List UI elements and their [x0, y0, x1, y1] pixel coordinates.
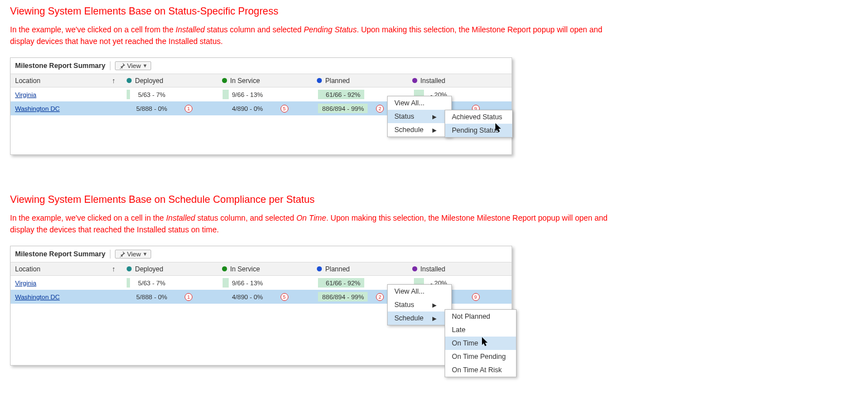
text: status column, and selected — [195, 213, 296, 222]
status-dot — [412, 78, 417, 83]
location-cell: Virginia — [11, 277, 122, 289]
label: View All... — [394, 288, 425, 295]
column-installed[interactable]: Installed — [408, 262, 503, 275]
italic: Installed — [166, 213, 195, 222]
label: View All... — [394, 99, 425, 107]
caret-down-icon: ▼ — [143, 63, 148, 69]
column-label: Deployed — [135, 77, 163, 85]
section2-heading: Viewing System Elements Base on Schedule… — [10, 194, 858, 206]
divider — [110, 61, 110, 70]
location-link[interactable]: Virginia — [15, 280, 36, 286]
view-button[interactable]: View ▼ — [115, 61, 152, 70]
status-dot — [222, 266, 227, 271]
submenu-on-time-at-risk[interactable]: On Time At Risk — [445, 363, 516, 377]
cell-value: 5/888 - 0% — [136, 105, 167, 112]
column-label: Planned — [325, 77, 350, 85]
cell-value: 886/894 - 99% — [322, 294, 364, 300]
columns-header: Location ↑ Deployed In Service Planned I… — [11, 74, 512, 87]
column-in-service[interactable]: In Service — [218, 74, 313, 87]
alert-badge: 5 — [281, 105, 288, 113]
view-button[interactable]: View ▼ — [115, 250, 152, 259]
cell-value: 9/66 - 13% — [232, 280, 263, 286]
panel-title: Milestone Report Summary — [15, 62, 105, 70]
column-deployed[interactable]: Deployed — [122, 262, 218, 275]
column-location-label: Location — [15, 265, 40, 273]
column-location[interactable]: Location ↑ — [11, 74, 122, 87]
menu-view-all[interactable]: View All... — [388, 96, 451, 110]
alert-badge: 2 — [376, 105, 384, 113]
menu-status[interactable]: Status▶ — [388, 298, 451, 311]
cell-deployed[interactable]: 5/888 - 0% 1 — [122, 290, 218, 304]
section1-text: In the example, we've clicked on a cell … — [10, 24, 618, 47]
location-cell: Washington DC — [11, 291, 122, 303]
alert-badge: 2 — [376, 293, 384, 301]
submenu-schedule: Not Planned Late On Time On Time Pending… — [445, 309, 517, 377]
submenu-on-time[interactable]: On Time — [445, 337, 516, 350]
column-label: Installed — [421, 77, 446, 85]
panel-title: Milestone Report Summary — [15, 250, 105, 258]
milestone-report-panel-1: Milestone Report Summary View ▼ Location… — [10, 57, 512, 155]
status-dot — [127, 266, 132, 271]
cell-value: 61/66 - 92% — [326, 280, 360, 286]
menu-status[interactable]: Status▶ — [388, 110, 451, 123]
cell-value: 5/888 - 0% — [136, 294, 167, 300]
chevron-right-icon: ▶ — [432, 302, 437, 308]
caret-down-icon: ▼ — [143, 251, 148, 257]
chevron-right-icon: ▶ — [432, 114, 437, 120]
text: In the example, we've clicked on a cell … — [10, 25, 176, 34]
cell-value: 5/63 - 7% — [138, 280, 165, 286]
alert-badge: 1 — [185, 293, 192, 301]
status-dot — [222, 78, 227, 83]
divider — [110, 250, 110, 259]
cell-deployed[interactable]: 5/63 - 7% — [122, 87, 218, 101]
status-dot — [412, 266, 417, 271]
submenu-on-time-pending[interactable]: On Time Pending — [445, 350, 516, 363]
sort-asc-icon: ↑ — [112, 265, 118, 273]
cell-deployed[interactable]: 5/888 - 0% 1 — [122, 101, 218, 115]
column-label: Planned — [325, 265, 350, 273]
chevron-right-icon: ▶ — [432, 127, 437, 133]
column-planned[interactable]: Planned — [312, 74, 408, 87]
alert-badge: 1 — [185, 105, 192, 113]
cell-in-service[interactable]: 4/890 - 0% 5 — [218, 290, 314, 304]
column-installed[interactable]: Installed — [408, 74, 503, 87]
italic: Installed — [176, 25, 205, 34]
location-link[interactable]: Washington DC — [15, 294, 60, 300]
alert-badge: 9 — [472, 293, 480, 301]
cell-in-service[interactable]: 9/66 - 13% — [218, 276, 314, 290]
label: Schedule — [394, 126, 423, 134]
cell-value: 61/66 - 92% — [326, 91, 360, 98]
label: Schedule — [394, 314, 423, 322]
submenu-achieved-status[interactable]: Achieved Status — [445, 110, 512, 124]
column-deployed[interactable]: Deployed — [122, 74, 218, 87]
cell-in-service[interactable]: 9/66 - 13% — [218, 87, 314, 101]
menu-view-all[interactable]: View All... — [388, 285, 451, 298]
column-in-service[interactable]: In Service — [218, 262, 313, 275]
cell-in-service[interactable]: 4/890 - 0% 5 — [218, 101, 314, 115]
cell-value: 886/894 - 99% — [322, 105, 364, 112]
column-end — [503, 262, 512, 275]
view-label: View — [127, 62, 141, 69]
cursor-icon — [481, 337, 489, 347]
cell-deployed[interactable]: 5/63 - 7% — [122, 276, 218, 290]
submenu-late[interactable]: Late — [445, 323, 516, 337]
column-label: Deployed — [135, 265, 163, 273]
pin-icon — [119, 62, 126, 69]
section2-text: In the example, we've clicked on a cell … — [10, 212, 618, 236]
cell-value: 4/890 - 0% — [232, 105, 263, 112]
label: Status — [394, 113, 414, 120]
submenu-not-planned[interactable]: Not Planned — [445, 310, 516, 323]
columns-header: Location ↑ Deployed In Service Planned I… — [11, 262, 512, 276]
menu-schedule[interactable]: Schedule▶ — [388, 123, 451, 137]
location-link[interactable]: Virginia — [15, 91, 36, 98]
context-menu: View All... Status▶ Schedule▶ — [387, 96, 452, 137]
chevron-right-icon: ▶ — [432, 315, 437, 322]
location-cell: Virginia — [11, 89, 122, 100]
menu-schedule[interactable]: Schedule▶ — [388, 311, 451, 325]
location-link[interactable]: Washington DC — [15, 105, 60, 112]
column-location[interactable]: Location ↑ — [11, 262, 122, 275]
location-cell: Washington DC — [11, 103, 122, 114]
italic: On Time — [296, 213, 326, 222]
column-label: Installed — [421, 265, 446, 273]
column-planned[interactable]: Planned — [312, 262, 408, 275]
